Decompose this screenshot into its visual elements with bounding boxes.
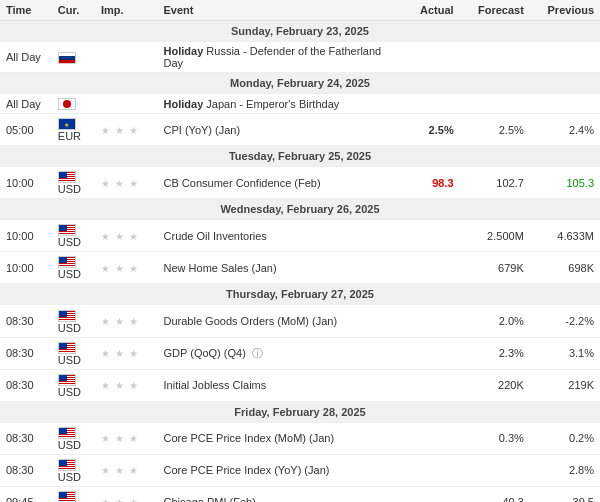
cell-previous: 2.8%	[530, 454, 600, 486]
previous-value: 2.8%	[569, 464, 594, 476]
previous-value: 39.5	[573, 496, 594, 502]
cell-forecast: 0.3%	[460, 422, 530, 454]
cell-currency: USD	[52, 220, 95, 252]
cell-time: 08:30	[0, 337, 52, 369]
day-header-row: Friday, February 28, 2025	[0, 401, 600, 422]
cell-event: GDP (QoQ) (Q4) ⓘ	[158, 337, 395, 369]
flag-icon	[58, 98, 76, 110]
cell-time: 08:30	[0, 422, 52, 454]
cell-actual	[395, 486, 460, 502]
cell-importance: ★ ★ ★	[95, 220, 158, 252]
table-row: 08:30 USD★ ★ ★Initial Jobless Claims220K…	[0, 369, 600, 401]
importance-stars: ★ ★ ★	[101, 348, 139, 359]
day-header-label: Thursday, February 27, 2025	[0, 284, 600, 305]
actual-value: 98.3	[432, 177, 453, 189]
cell-forecast: 2.500M	[460, 220, 530, 252]
cell-event: CPI (YoY) (Jan)	[158, 114, 395, 146]
cell-event: Core PCE Price Index (MoM) (Jan)	[158, 422, 395, 454]
previous-value: -2.2%	[565, 315, 594, 327]
cell-forecast	[460, 454, 530, 486]
importance-stars: ★ ★ ★	[101, 497, 139, 502]
cell-forecast: 679K	[460, 252, 530, 284]
cell-time: 10:00	[0, 252, 52, 284]
cell-actual	[395, 454, 460, 486]
cell-forecast: 220K	[460, 369, 530, 401]
importance-stars: ★ ★ ★	[101, 178, 139, 189]
header-imp: Imp.	[95, 0, 158, 21]
table-row: 08:30 USD★ ★ ★Core PCE Price Index (YoY)…	[0, 454, 600, 486]
cell-currency: USD	[52, 369, 95, 401]
cell-event: Durable Goods Orders (MoM) (Jan)	[158, 305, 395, 337]
currency-label: USD	[58, 471, 81, 483]
event-info-icon: ⓘ	[249, 347, 263, 359]
table-row: 10:00 USD★ ★ ★CB Consumer Confidence (Fe…	[0, 167, 600, 199]
cell-actual: 2.5%	[395, 114, 460, 146]
table-row: 10:00 USD★ ★ ★Crude Oil Inventories2.500…	[0, 220, 600, 252]
cell-time: All Day	[0, 42, 52, 73]
cell-currency: USD	[52, 422, 95, 454]
previous-value: 698K	[568, 262, 594, 274]
cell-forecast	[460, 94, 530, 114]
previous-value: 3.1%	[569, 347, 594, 359]
cell-forecast: 2.3%	[460, 337, 530, 369]
cell-importance: ★ ★ ★	[95, 252, 158, 284]
importance-stars: ★ ★ ★	[101, 231, 139, 242]
importance-stars: ★ ★ ★	[101, 263, 139, 274]
day-header-row: Monday, February 24, 2025	[0, 73, 600, 94]
day-header-row: Wednesday, February 26, 2025	[0, 199, 600, 220]
cell-currency: USD	[52, 167, 95, 199]
economic-calendar-table: Time Cur. Imp. Event Actual Forecast Pre…	[0, 0, 600, 502]
flag-icon	[58, 224, 76, 236]
currency-label: USD	[58, 322, 81, 334]
flag-icon	[58, 256, 76, 268]
cell-importance: ★ ★ ★	[95, 369, 158, 401]
cell-importance: ★ ★ ★	[95, 167, 158, 199]
table-row: All DayHoliday Japan - Emperor's Birthda…	[0, 94, 600, 114]
actual-value: 2.5%	[429, 124, 454, 136]
cell-currency	[52, 42, 95, 73]
previous-value: 0.2%	[569, 432, 594, 444]
cell-previous: 39.5	[530, 486, 600, 502]
flag-icon	[58, 459, 76, 471]
flag-icon	[58, 491, 76, 502]
cell-time: 05:00	[0, 114, 52, 146]
cell-currency: USD	[52, 252, 95, 284]
cell-time: 08:30	[0, 369, 52, 401]
cell-event: Initial Jobless Claims	[158, 369, 395, 401]
cell-event: Crude Oil Inventories	[158, 220, 395, 252]
day-header-label: Tuesday, February 25, 2025	[0, 146, 600, 167]
cell-previous: 0.2%	[530, 422, 600, 454]
cell-previous: 4.633M	[530, 220, 600, 252]
cell-currency: USD	[52, 337, 95, 369]
currency-label: USD	[58, 268, 81, 280]
cell-importance: ★ ★ ★	[95, 454, 158, 486]
cell-time: 10:00	[0, 167, 52, 199]
cell-event: Holiday Russia - Defender of the Fatherl…	[158, 42, 395, 73]
day-header-label: Wednesday, February 26, 2025	[0, 199, 600, 220]
cell-importance: ★ ★ ★	[95, 337, 158, 369]
flag-icon	[58, 52, 76, 64]
event-label-bold: Holiday	[164, 98, 204, 110]
day-header-row: Thursday, February 27, 2025	[0, 284, 600, 305]
table-row: 08:30 USD★ ★ ★GDP (QoQ) (Q4) ⓘ2.3%3.1%	[0, 337, 600, 369]
cell-actual	[395, 305, 460, 337]
table-row: All DayHoliday Russia - Defender of the …	[0, 42, 600, 73]
cell-actual	[395, 369, 460, 401]
importance-stars: ★ ★ ★	[101, 433, 139, 444]
cell-importance: ★ ★ ★	[95, 486, 158, 502]
table-row: 08:30 USD★ ★ ★Durable Goods Orders (MoM)…	[0, 305, 600, 337]
cell-actual	[395, 94, 460, 114]
cell-forecast: 2.5%	[460, 114, 530, 146]
table-row: 08:30 USD★ ★ ★Core PCE Price Index (MoM)…	[0, 422, 600, 454]
day-header-label: Monday, February 24, 2025	[0, 73, 600, 94]
flag-icon	[58, 427, 76, 439]
cell-previous	[530, 94, 600, 114]
flag-icon	[58, 342, 76, 354]
cell-previous	[530, 42, 600, 73]
cell-importance: ★ ★ ★	[95, 422, 158, 454]
cell-importance: ★ ★ ★	[95, 305, 158, 337]
currency-label: USD	[58, 354, 81, 366]
cell-forecast: 102.7	[460, 167, 530, 199]
cell-importance: ★ ★ ★	[95, 114, 158, 146]
cell-actual: 98.3	[395, 167, 460, 199]
